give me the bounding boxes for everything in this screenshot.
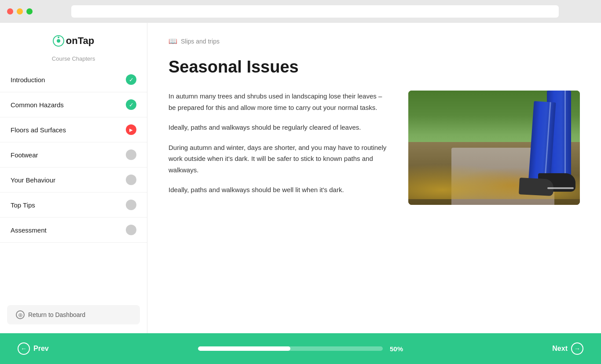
- course-chapters-label: Course Chapters: [0, 54, 147, 67]
- prev-button[interactable]: ← Prev: [18, 342, 49, 355]
- content-text: In autumn many trees and shrubs used in …: [169, 91, 387, 204]
- breadcrumb: 📖 Slips and trips: [169, 37, 580, 45]
- chapter-item-label: Floors ad Surfaces: [11, 126, 66, 134]
- check-icon: ✓: [129, 76, 134, 83]
- sidebar-item-your-behaviour[interactable]: Your Behaviour: [0, 167, 147, 193]
- chapter-status-icon: [126, 175, 136, 185]
- sidebar-item-introduction[interactable]: Introduction✓: [0, 67, 147, 92]
- sidebar-item-top-tips[interactable]: Top Tips: [0, 193, 147, 218]
- prev-label: Prev: [33, 345, 49, 353]
- next-label: Next: [552, 345, 568, 353]
- main-content: 📖 Slips and trips Seasonal Issues In aut…: [147, 23, 601, 333]
- check-icon: ✓: [129, 102, 134, 108]
- chapter-status-icon: [126, 149, 136, 160]
- chapter-item-label: Common Hazards: [11, 101, 64, 109]
- svg-point-1: [57, 39, 60, 43]
- svg-point-2: [58, 36, 59, 38]
- paragraph-4: Ideally, paths and walkways should be we…: [169, 184, 387, 196]
- chapter-item-label: Introduction: [11, 76, 45, 84]
- address-bar[interactable]: [71, 5, 559, 18]
- maximize-button[interactable]: [26, 8, 33, 15]
- logo-area: onTap: [0, 23, 147, 54]
- course-image: [408, 91, 580, 205]
- logo-icon: [53, 35, 64, 47]
- return-icon: ⊕: [16, 310, 25, 319]
- progress-label: 50%: [390, 345, 403, 353]
- chapter-status-icon: [126, 225, 136, 235]
- titlebar: [0, 0, 601, 23]
- chapter-item-label: Top Tips: [11, 201, 35, 209]
- progress-bar-container: [198, 346, 383, 351]
- prev-icon: ←: [18, 342, 30, 355]
- progress-area: 50%: [49, 345, 553, 353]
- chapter-status-icon: ▶: [126, 124, 136, 135]
- minimize-button[interactable]: [17, 8, 23, 15]
- play-icon: ▶: [129, 127, 133, 132]
- paragraph-3: During autumn and winter, days are short…: [169, 142, 387, 176]
- page-title: Seasonal Issues: [169, 58, 580, 76]
- breadcrumb-text: Slips and trips: [181, 38, 220, 45]
- paragraph-1: In autumn many trees and shrubs used in …: [169, 91, 387, 113]
- progress-bar-fill: [198, 346, 290, 351]
- next-button[interactable]: Next →: [552, 342, 583, 355]
- sidebar-item-floors-surfaces[interactable]: Floors ad Surfaces▶: [0, 117, 147, 142]
- book-icon: 📖: [169, 37, 177, 45]
- chapter-item-label: Footwear: [11, 151, 38, 159]
- next-icon: →: [571, 342, 583, 355]
- chapter-status-icon: ✓: [126, 99, 136, 110]
- return-button-label: Return to Dashboard: [28, 311, 85, 318]
- close-button[interactable]: [7, 8, 13, 15]
- chapter-list: Introduction✓Common Hazards✓Floors ad Su…: [0, 67, 147, 296]
- chapter-item-label: Your Behaviour: [11, 176, 55, 184]
- logo: onTap: [53, 35, 94, 47]
- logo-text: onTap: [66, 35, 94, 47]
- sidebar: onTap Course Chapters Introduction✓Commo…: [0, 23, 147, 333]
- return-to-dashboard-button[interactable]: ⊕ Return to Dashboard: [7, 305, 140, 324]
- sidebar-item-assessment[interactable]: Assessment: [0, 218, 147, 243]
- content-layout: In autumn many trees and shrubs used in …: [169, 91, 580, 205]
- footer-nav: ← Prev 50% Next →: [0, 333, 601, 364]
- paragraph-2: Ideally, paths and walkways should be re…: [169, 122, 387, 133]
- chapter-status-icon: ✓: [126, 74, 136, 85]
- chapter-item-label: Assessment: [11, 226, 47, 234]
- sidebar-item-footwear[interactable]: Footwear: [0, 142, 147, 167]
- app-container: onTap Course Chapters Introduction✓Commo…: [0, 23, 601, 333]
- sidebar-item-common-hazards[interactable]: Common Hazards✓: [0, 92, 147, 117]
- chapter-status-icon: [126, 200, 136, 210]
